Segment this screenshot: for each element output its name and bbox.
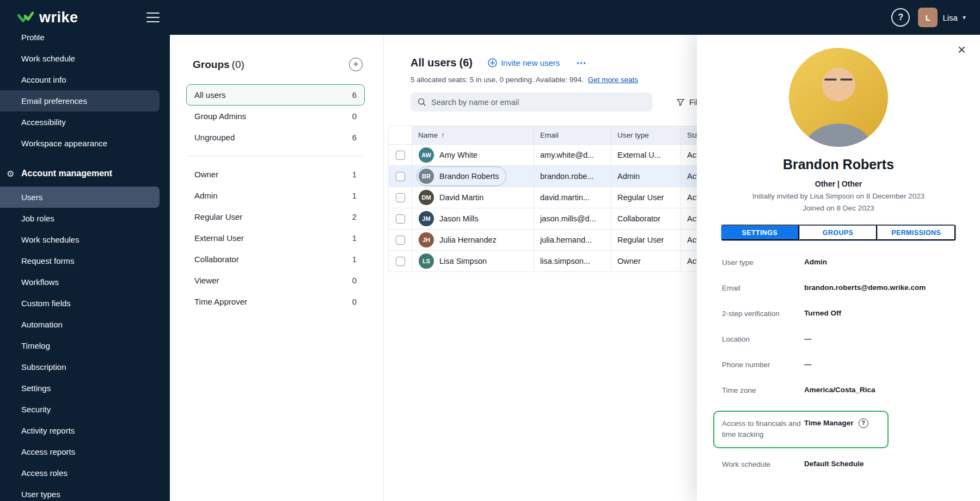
divider bbox=[188, 156, 363, 156]
invite-new-users-button[interactable]: Invite new users bbox=[488, 58, 560, 67]
sidebar-item-workspace-appearance[interactable]: Workspace appearance bbox=[0, 133, 160, 154]
user-email: jason.mills@d... bbox=[534, 208, 611, 229]
search-box[interactable] bbox=[411, 92, 652, 112]
field-phone-number: Phone number — bbox=[722, 360, 955, 371]
avatar: JM bbox=[419, 211, 434, 226]
group-item-ungrouped[interactable]: Ungrouped6 bbox=[186, 127, 365, 148]
group-item-collaborator[interactable]: Collaborator1 bbox=[186, 249, 365, 270]
sort-asc-icon: ↑ bbox=[441, 131, 445, 139]
sidebar-item-custom-fields[interactable]: Custom fields bbox=[0, 293, 160, 314]
row-checkbox[interactable] bbox=[396, 257, 405, 266]
group-item-external-user[interactable]: External User1 bbox=[186, 227, 365, 249]
user-name-cell: AWAmy White bbox=[416, 145, 485, 165]
chevron-down-icon: ▾ bbox=[963, 14, 966, 21]
help-circle-icon[interactable]: ? bbox=[859, 418, 868, 428]
sidebar-item-access-roles[interactable]: Access roles bbox=[0, 462, 160, 484]
user-email: david.martin... bbox=[534, 187, 611, 208]
plus-circle-icon bbox=[488, 58, 497, 67]
tab-settings[interactable]: SETTINGS bbox=[721, 225, 799, 240]
field-access-financials-highlight: Access to financials and time tracking T… bbox=[713, 411, 889, 449]
user-type: Owner bbox=[611, 251, 681, 271]
search-icon bbox=[417, 97, 426, 107]
tab-groups[interactable]: GROUPS bbox=[799, 225, 878, 240]
field-user-type: User type Admin bbox=[722, 257, 955, 269]
user-type: Regular User bbox=[611, 230, 681, 250]
row-checkbox[interactable] bbox=[396, 172, 405, 181]
column-header-user-type[interactable]: User type bbox=[611, 126, 681, 144]
sidebar: Profile Work schedule Account info Email… bbox=[0, 35, 170, 501]
sidebar-item-email-preferences[interactable]: Email preferences bbox=[0, 90, 160, 112]
avatar: DM bbox=[419, 190, 434, 205]
field-time-zone: Time zone America/Costa_Rica bbox=[722, 385, 955, 397]
sidebar-item-access-reports[interactable]: Access reports bbox=[0, 441, 160, 462]
user-name-cell: JMJason Mills bbox=[416, 209, 486, 228]
get-more-seats-link[interactable]: Get more seats bbox=[588, 76, 638, 84]
add-group-button[interactable]: + bbox=[349, 58, 363, 71]
user-email: julia.hernand... bbox=[534, 230, 611, 250]
user-name: Jason Mills bbox=[439, 214, 479, 223]
sidebar-section-account-management: ⚙ Account management bbox=[0, 160, 170, 187]
user-name: Amy White bbox=[439, 151, 477, 159]
user-name-cell: JHJulia Hernandez bbox=[416, 230, 504, 250]
header-checkbox-cell bbox=[388, 126, 412, 144]
user-name: Brandon Roberts bbox=[439, 172, 499, 181]
sidebar-item-user-types[interactable]: User types bbox=[0, 484, 160, 501]
sidebar-item-work-schedule[interactable]: Work schedule bbox=[0, 48, 160, 69]
group-item-admin[interactable]: Admin1 bbox=[186, 185, 365, 206]
column-header-email[interactable]: Email bbox=[534, 126, 611, 144]
detail-user-name: Brandon Roberts bbox=[697, 157, 980, 172]
user-email: lisa.simpson... bbox=[534, 251, 611, 271]
sidebar-item-activity-reports[interactable]: Activity reports bbox=[0, 420, 160, 441]
sidebar-item-timelog[interactable]: Timelog bbox=[0, 335, 160, 356]
tab-permissions[interactable]: PERMISSIONS bbox=[877, 225, 955, 240]
sidebar-item-automation[interactable]: Automation bbox=[0, 314, 160, 335]
group-item-owner[interactable]: Owner1 bbox=[186, 164, 365, 185]
search-input[interactable] bbox=[431, 98, 646, 107]
user-detail-panel: × Brandon Roberts Other | Other Initiall… bbox=[697, 35, 980, 501]
sidebar-item-users[interactable]: Users bbox=[0, 187, 160, 208]
brand-name: wrike bbox=[39, 9, 78, 26]
sidebar-item-account-info[interactable]: Account info bbox=[0, 69, 160, 90]
sidebar-item-workflows[interactable]: Workflows bbox=[0, 271, 160, 293]
field-location: Location — bbox=[722, 334, 955, 345]
user-name: Lisa Simpson bbox=[439, 257, 487, 265]
detail-invited-line: Initially invited by Lisa Simpson on 8 D… bbox=[697, 192, 980, 200]
detail-joined-line: Joined on 8 Dec 2023 bbox=[697, 204, 980, 212]
close-icon[interactable]: × bbox=[958, 42, 966, 57]
sidebar-item-job-roles[interactable]: Job roles bbox=[0, 208, 160, 229]
avatar: AW bbox=[419, 147, 434, 163]
avatar: L bbox=[918, 8, 938, 27]
sidebar-item-settings[interactable]: Settings bbox=[0, 378, 160, 399]
user-type: External U... bbox=[611, 145, 681, 165]
group-item-regular-user[interactable]: Regular User2 bbox=[186, 206, 365, 227]
row-checkbox[interactable] bbox=[396, 193, 405, 202]
sidebar-item-profile[interactable]: Profile bbox=[0, 35, 160, 48]
user-name-cell: DMDavid Martin bbox=[416, 188, 491, 207]
sidebar-item-work-schedules[interactable]: Work schedules bbox=[0, 229, 160, 250]
user-name-cell: BRBrandon Roberts bbox=[416, 166, 506, 186]
avatar: JH bbox=[419, 232, 434, 248]
user-type: Collaborator bbox=[611, 208, 681, 229]
sidebar-item-accessibility[interactable]: Accessibility bbox=[0, 112, 160, 133]
sidebar-item-request-forms[interactable]: Request forms bbox=[0, 250, 160, 271]
row-checkbox[interactable] bbox=[396, 151, 405, 160]
group-item-group-admins[interactable]: Group Admins0 bbox=[186, 106, 365, 127]
sidebar-item-security[interactable]: Security bbox=[0, 399, 160, 420]
users-title: All users(6) bbox=[411, 57, 473, 69]
hamburger-menu-icon[interactable] bbox=[146, 11, 160, 24]
group-item-time-approver[interactable]: Time Approver0 bbox=[186, 291, 365, 312]
group-item-all-users[interactable]: All users6 bbox=[186, 84, 365, 106]
more-options-icon[interactable]: ⋯ bbox=[576, 57, 587, 69]
group-item-viewer[interactable]: Viewer0 bbox=[186, 270, 365, 291]
wrike-logo[interactable]: wrike bbox=[0, 9, 78, 26]
filter-funnel-icon bbox=[676, 98, 685, 107]
sidebar-item-subscription[interactable]: Subscription bbox=[0, 356, 160, 378]
account-menu[interactable]: L Lisa ▾ bbox=[918, 8, 966, 27]
column-header-name[interactable]: Name ↑ bbox=[412, 126, 534, 144]
row-checkbox[interactable] bbox=[396, 214, 405, 224]
gear-icon: ⚙ bbox=[7, 169, 14, 179]
user-type: Admin bbox=[611, 166, 681, 187]
wrike-logo-icon bbox=[17, 11, 34, 24]
help-icon[interactable]: ? bbox=[891, 8, 910, 27]
row-checkbox[interactable] bbox=[396, 236, 405, 245]
